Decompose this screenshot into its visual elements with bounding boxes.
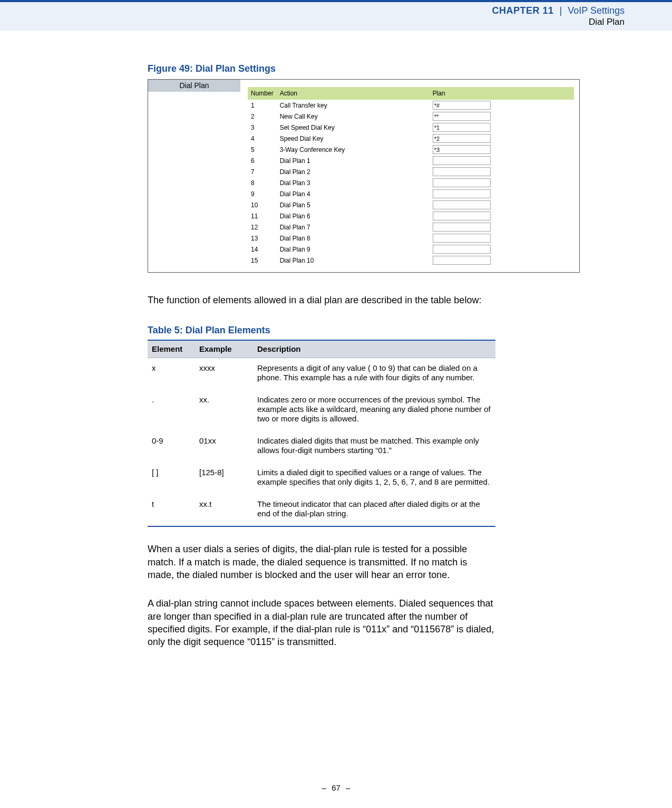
dial-plan-row: 15Dial Plan 10 [248,255,574,266]
paragraph-2: When a user dials a series of digits, th… [148,543,495,581]
plan-input[interactable] [433,211,491,220]
dial-plan-number: 15 [248,255,277,266]
footer-dash-right: – [343,783,353,792]
dial-plan-number: 2 [248,111,277,122]
plan-input[interactable] [433,112,491,121]
plan-input[interactable] [433,189,491,198]
dial-plan-plan-cell [430,166,574,177]
intro-paragraph: The function of elements allowed in a di… [148,294,495,306]
dial-plan-number: 12 [248,222,277,233]
section-title: VoIP Settings [568,5,625,16]
plan-input[interactable] [433,101,491,110]
elements-row: xxxxxRepresents a digit of any value ( 0… [148,358,495,390]
elements-row: 0-901xxIndicates dialed digits that must… [148,431,495,463]
elements-table: Element Example Description xxxxxReprese… [148,340,495,527]
dial-plan-action: Dial Plan 4 [277,188,430,199]
chapter-line: CHAPTER 11 | VoIP Settings [0,5,625,17]
description-cell: Indicates zero or more occurrences of th… [253,390,495,431]
dial-plan-number: 3 [248,122,277,133]
dial-plan-panel-title: Dial Plan [148,80,240,92]
elements-row: .xx.Indicates zero or more occurrences o… [148,390,495,431]
dial-plan-plan-cell [430,155,574,166]
dial-plan-table: Number Action Plan 1Call Transfer key2Ne… [248,87,574,266]
dial-plan-row: 53-Way Conference Key [248,144,574,155]
plan-input[interactable] [433,123,491,132]
col-action: Action [277,87,430,100]
separator-bar: | [557,5,566,16]
plan-input[interactable] [433,200,491,209]
dial-plan-plan-cell [430,188,574,199]
dial-plan-plan-cell [430,133,574,144]
elements-row: [ ][125-8]Limits a dialed digit to speci… [148,463,495,494]
plan-input[interactable] [433,156,491,165]
page-content: Figure 49: Dial Plan Settings Dial Plan … [148,31,643,648]
screenshot-sidebar: Dial Plan [148,80,240,272]
dial-plan-action: Dial Plan 5 [277,199,430,210]
dial-plan-plan-cell [430,244,574,255]
dial-plan-action: 3-Way Conference Key [277,144,430,155]
dial-plan-plan-cell [430,222,574,233]
dial-plan-screenshot: Dial Plan Number Action Plan 1Call Trans… [148,79,580,273]
dial-plan-row: 2New Call Key [248,111,574,122]
dial-plan-number: 13 [248,233,277,244]
dial-plan-plan-cell [430,144,574,155]
dial-plan-action: Dial Plan 9 [277,244,430,255]
dial-plan-number: 9 [248,188,277,199]
dial-plan-row: 8Dial Plan 3 [248,177,574,188]
dial-plan-action: Dial Plan 8 [277,233,430,244]
element-cell: . [148,390,195,431]
dial-plan-row: 3Set Speed Dial Key [248,122,574,133]
dial-plan-number: 5 [248,144,277,155]
example-cell: xx. [195,390,253,431]
dial-plan-row: 4Speed Dial Key [248,133,574,144]
plan-input[interactable] [433,256,491,265]
col-example: Example [195,340,253,358]
description-cell: Represents a digit of any value ( 0 to 9… [253,358,495,390]
description-cell: The timeout indicator that can placed af… [253,494,495,526]
dial-plan-action: Dial Plan 3 [277,177,430,188]
plan-input[interactable] [433,245,491,254]
dial-plan-action: Set Speed Dial Key [277,122,430,133]
dial-plan-number: 14 [248,244,277,255]
plan-input[interactable] [433,134,491,143]
dial-plan-number: 10 [248,199,277,210]
chapter-label: CHAPTER 11 [492,5,554,16]
dial-plan-plan-cell [430,255,574,266]
plan-input[interactable] [433,178,491,187]
dial-plan-row: 7Dial Plan 2 [248,166,574,177]
dial-plan-action: New Call Key [277,111,430,122]
dial-plan-row: 12Dial Plan 7 [248,222,574,233]
screenshot-main: Number Action Plan 1Call Transfer key2Ne… [240,80,579,272]
element-cell: x [148,358,195,390]
dial-plan-row: 10Dial Plan 5 [248,199,574,210]
dial-plan-plan-cell [430,100,574,111]
dial-plan-row: 1Call Transfer key [248,100,574,111]
col-element: Element [148,340,195,358]
dial-plan-plan-cell [430,233,574,244]
dial-plan-action: Dial Plan 7 [277,222,430,233]
dial-plan-plan-cell [430,122,574,133]
dial-plan-plan-cell [430,177,574,188]
example-cell: [125-8] [195,463,253,494]
figure-caption: Figure 49: Dial Plan Settings [148,62,643,75]
dial-plan-row: 13Dial Plan 8 [248,233,574,244]
dial-plan-plan-cell [430,199,574,210]
plan-input[interactable] [433,145,491,154]
plan-input[interactable] [433,167,491,176]
plan-input[interactable] [433,223,491,232]
page-header: CHAPTER 11 | VoIP Settings Dial Plan [0,0,672,31]
dial-plan-action: Dial Plan 6 [277,210,430,222]
dial-plan-number: 11 [248,210,277,222]
element-cell: [ ] [148,463,195,494]
dial-plan-row: 14Dial Plan 9 [248,244,574,255]
description-cell: Limits a dialed digit to specified value… [253,463,495,494]
dial-plan-plan-cell [430,210,574,222]
dial-plan-number: 1 [248,100,277,111]
dial-plan-action: Dial Plan 2 [277,166,430,177]
dial-plan-number: 6 [248,155,277,166]
plan-input[interactable] [433,234,491,243]
dial-plan-number: 4 [248,133,277,144]
col-description: Description [253,340,495,358]
example-cell: xxxx [195,358,253,390]
dial-plan-row: 11Dial Plan 6 [248,210,574,222]
